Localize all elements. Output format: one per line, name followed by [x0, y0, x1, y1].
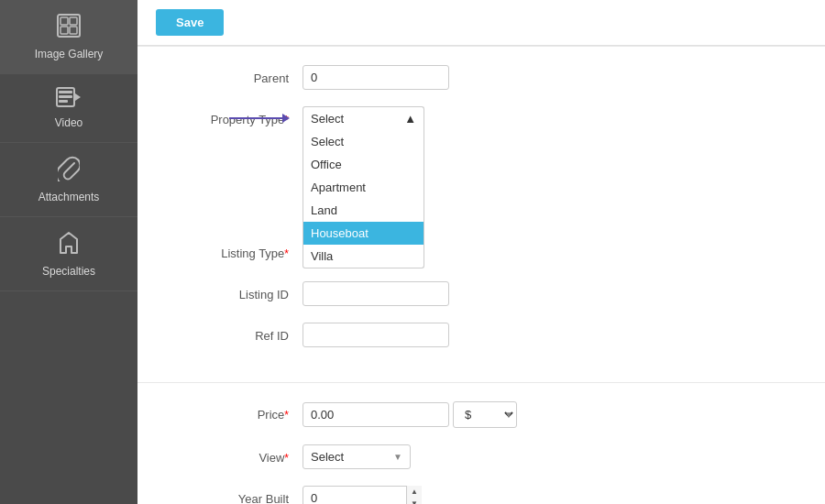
sidebar-item-attachments-label: Attachments — [38, 191, 100, 203]
price-row: Price* $ € £ ▼ — [174, 401, 788, 428]
price-input-group: $ € £ ▼ — [302, 401, 513, 428]
listing-type-label: Listing Type* — [174, 240, 302, 260]
year-built-spinner-wrap: ▲ ▼ — [302, 486, 422, 504]
year-built-spinners: ▲ ▼ — [406, 486, 422, 504]
listing-id-label: Listing ID — [174, 281, 302, 301]
svg-rect-2 — [70, 17, 77, 25]
form-area: Parent Property Type* Select ▲ Select Of… — [138, 47, 825, 382]
dropdown-option-houseboat[interactable]: Houseboat — [303, 222, 424, 245]
sidebar-item-image-gallery-label: Image Gallery — [35, 48, 104, 60]
price-input[interactable] — [302, 402, 449, 427]
listing-type-required: * — [284, 247, 289, 260]
dropdown-option-office[interactable]: Office — [303, 153, 424, 176]
view-label: View* — [174, 444, 302, 465]
view-required: * — [284, 452, 289, 465]
dropdown-option-land[interactable]: Land — [303, 199, 424, 222]
ref-id-row: Ref ID — [174, 323, 788, 347]
ref-id-label: Ref ID — [174, 323, 302, 343]
parent-label: Parent — [174, 65, 302, 85]
property-type-select-wrapper: Select ▲ Select Office Apartment Land Ho… — [302, 106, 424, 130]
video-icon — [56, 87, 82, 113]
property-type-row: Property Type* Select ▲ Select Office Ap… — [174, 106, 788, 130]
view-row: View* Select ▼ — [174, 444, 788, 469]
svg-marker-9 — [75, 93, 81, 101]
sidebar: Image Gallery Video Attachments Spe — [0, 0, 138, 504]
svg-rect-6 — [59, 91, 72, 93]
top-bar: Save — [138, 0, 825, 46]
sidebar-item-specialties-label: Specialties — [42, 265, 95, 278]
parent-input[interactable] — [302, 65, 449, 90]
parent-row: Parent — [174, 65, 788, 90]
dropdown-option-apartment[interactable]: Apartment — [303, 176, 424, 199]
property-type-trigger[interactable]: Select ▲ — [302, 106, 424, 130]
sidebar-item-image-gallery[interactable]: Image Gallery — [0, 0, 138, 74]
specialties-icon — [56, 230, 82, 261]
property-type-dropdown: Select Office Apartment Land Houseboat V… — [302, 130, 424, 268]
price-label: Price* — [174, 401, 302, 422]
sidebar-item-video[interactable]: Video — [0, 74, 138, 143]
currency-select[interactable]: $ € £ — [453, 401, 517, 428]
listing-id-input[interactable] — [302, 281, 449, 306]
chevron-up-icon: ▲ — [404, 112, 416, 126]
listing-type-row: Listing Type* Select ▼ — [174, 240, 788, 265]
year-built-label: Year Built — [174, 486, 302, 504]
year-built-decrement[interactable]: ▼ — [407, 499, 422, 505]
arrow-line — [229, 117, 284, 119]
svg-rect-8 — [59, 100, 68, 103]
price-required: * — [284, 409, 289, 422]
year-built-row: Year Built ▲ ▼ — [174, 486, 788, 504]
ref-id-input[interactable] — [302, 323, 449, 347]
listing-id-row: Listing ID — [174, 281, 788, 306]
attachments-icon — [58, 156, 80, 187]
year-built-input[interactable] — [302, 486, 422, 504]
view-chevron-icon: ▼ — [393, 452, 402, 462]
svg-rect-4 — [70, 27, 77, 34]
svg-rect-1 — [60, 17, 68, 25]
image-gallery-icon — [56, 13, 82, 44]
dropdown-option-villa[interactable]: Villa — [303, 245, 424, 268]
dropdown-option-select[interactable]: Select — [303, 130, 424, 153]
main-content: Save Parent Property Type* Select ▲ Sele… — [138, 0, 825, 504]
sidebar-item-video-label: Video — [55, 116, 82, 129]
svg-rect-3 — [60, 27, 68, 34]
view-select[interactable]: Select ▼ — [302, 444, 411, 469]
sidebar-item-specialties[interactable]: Specialties — [0, 217, 138, 291]
sidebar-item-attachments[interactable]: Attachments — [0, 143, 138, 217]
year-built-increment[interactable]: ▲ — [407, 486, 422, 499]
price-section: Price* $ € £ ▼ View* Select ▼ — [138, 383, 825, 504]
save-button[interactable]: Save — [156, 9, 224, 36]
arrow-annotation — [229, 117, 284, 119]
svg-rect-7 — [59, 95, 72, 98]
